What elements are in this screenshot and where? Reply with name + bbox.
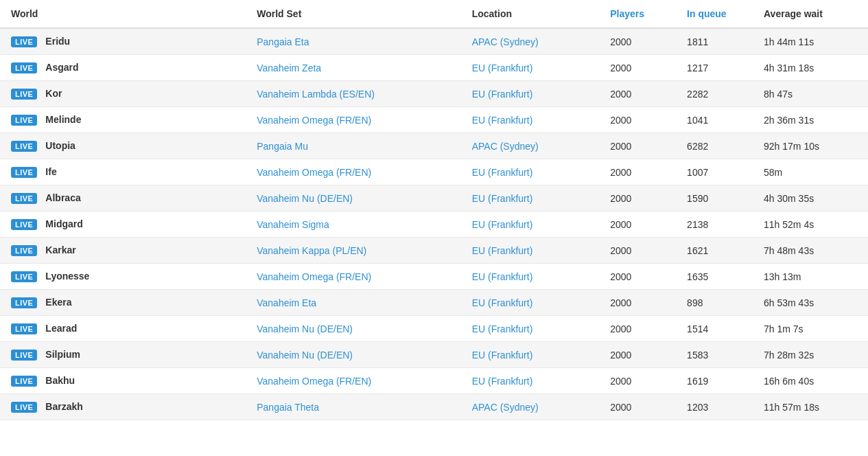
location-cell: EU (Frankfurt) (461, 368, 600, 394)
world-cell: LIVE Lyonesse (0, 264, 246, 290)
world-name: Melinde (45, 114, 81, 125)
wait-cell: 4h 31m 18s (753, 55, 868, 81)
location-link[interactable]: EU (Frankfurt) (472, 350, 533, 361)
worldset-cell: Pangaia Theta (246, 394, 460, 420)
location-cell: EU (Frankfurt) (461, 185, 600, 212)
table-row: LIVE Lyonesse Vanaheim Omega (FR/EN) EU … (0, 264, 868, 290)
col-header-worldset: World Set (246, 0, 460, 28)
worldset-cell: Vanaheim Omega (FR/EN) (246, 264, 460, 290)
world-header-label: World (11, 8, 38, 19)
live-badge: LIVE (11, 271, 37, 282)
col-header-players[interactable]: Players (599, 0, 676, 28)
worldset-link[interactable]: Pangaia Mu (257, 141, 308, 152)
players-cell: 2000 (599, 107, 676, 133)
location-link[interactable]: EU (Frankfurt) (472, 245, 533, 256)
worldset-link[interactable]: Vanaheim Omega (FR/EN) (257, 271, 371, 282)
wait-cell: 4h 30m 35s (753, 185, 868, 212)
col-header-location: Location (461, 0, 600, 28)
location-link[interactable]: EU (Frankfurt) (472, 297, 533, 308)
live-badge: LIVE (11, 323, 37, 334)
wait-value: 13h 13m (764, 271, 801, 282)
wait-value: 8h 47s (764, 89, 793, 100)
worldset-cell: Vanaheim Kappa (PL/EN) (246, 238, 460, 264)
worldset-link[interactable]: Vanaheim Omega (FR/EN) (257, 167, 371, 178)
players-value: 2000 (610, 62, 631, 73)
world-cell: LIVE Midgard (0, 212, 246, 238)
queue-value: 1621 (687, 245, 708, 256)
worldset-link[interactable]: Pangaia Eta (257, 36, 309, 47)
table-row: LIVE Melinde Vanaheim Omega (FR/EN) EU (… (0, 107, 868, 133)
players-cell: 2000 (599, 264, 676, 290)
queue-cell: 1621 (676, 238, 753, 264)
worldset-link[interactable]: Vanaheim Eta (257, 297, 316, 308)
queue-value: 2282 (687, 89, 708, 100)
players-cell: 2000 (599, 316, 676, 342)
world-name: Eridu (45, 36, 70, 47)
location-link[interactable]: EU (Frankfurt) (472, 89, 533, 100)
worlds-table: World World Set Location Players In queu… (0, 0, 868, 420)
world-name: Albraca (45, 192, 80, 203)
worldset-link[interactable]: Vanaheim Nu (DE/EN) (257, 350, 353, 361)
wait-value: 11h 57m 18s (764, 402, 819, 413)
worldset-cell: Vanaheim Eta (246, 290, 460, 316)
worldset-link[interactable]: Pangaia Theta (257, 402, 319, 413)
location-link[interactable]: EU (Frankfurt) (472, 271, 533, 282)
worldset-link[interactable]: Vanaheim Omega (FR/EN) (257, 376, 371, 387)
world-name: Bakhu (45, 375, 75, 386)
worldset-link[interactable]: Vanaheim Nu (DE/EN) (257, 323, 353, 334)
wait-value: 4h 30m 35s (764, 193, 814, 204)
location-link[interactable]: EU (Frankfurt) (472, 62, 533, 73)
players-cell: 2000 (599, 133, 676, 159)
live-badge: LIVE (11, 219, 37, 230)
col-header-queue[interactable]: In queue (676, 0, 753, 28)
wait-value: 4h 31m 18s (764, 62, 814, 73)
worldset-link[interactable]: Vanaheim Zeta (257, 62, 321, 73)
wait-value: 7h 1m 7s (764, 323, 804, 334)
players-value: 2000 (610, 193, 631, 204)
location-link[interactable]: APAC (Sydney) (472, 402, 539, 413)
players-value: 2000 (610, 271, 631, 282)
players-value: 2000 (610, 323, 631, 334)
location-link[interactable]: APAC (Sydney) (472, 36, 539, 47)
worldset-link[interactable]: Vanaheim Omega (FR/EN) (257, 115, 371, 126)
world-cell: LIVE Kor (0, 81, 246, 107)
location-cell: APAC (Sydney) (461, 28, 600, 55)
wait-value: 58m (764, 167, 782, 178)
players-sort-link[interactable]: Players (610, 8, 644, 19)
table-row: LIVE Ife Vanaheim Omega (FR/EN) EU (Fran… (0, 159, 868, 185)
world-cell: LIVE Ekera (0, 290, 246, 316)
players-value: 2000 (610, 115, 631, 126)
wait-value: 1h 44m 11s (764, 36, 814, 47)
players-value: 2000 (610, 36, 631, 47)
location-link[interactable]: APAC (Sydney) (472, 141, 539, 152)
location-link[interactable]: EU (Frankfurt) (472, 219, 533, 230)
location-link[interactable]: EU (Frankfurt) (472, 167, 533, 178)
world-cell: LIVE Utopia (0, 133, 246, 159)
queue-value: 1619 (687, 376, 708, 387)
location-cell: EU (Frankfurt) (461, 290, 600, 316)
location-cell: EU (Frankfurt) (461, 81, 600, 107)
queue-cell: 1514 (676, 316, 753, 342)
location-link[interactable]: EU (Frankfurt) (472, 115, 533, 126)
world-cell: LIVE Silpium (0, 342, 246, 368)
location-link[interactable]: EU (Frankfurt) (472, 376, 533, 387)
queue-cell: 1619 (676, 368, 753, 394)
location-link[interactable]: EU (Frankfurt) (472, 323, 533, 334)
queue-cell: 1217 (676, 55, 753, 81)
location-link[interactable]: EU (Frankfurt) (472, 193, 533, 204)
worldset-link[interactable]: Vanaheim Nu (DE/EN) (257, 193, 353, 204)
worldset-header-label: World Set (257, 8, 301, 19)
worldset-cell: Pangaia Eta (246, 28, 460, 55)
queue-sort-link[interactable]: In queue (687, 8, 727, 19)
worldset-cell: Vanaheim Lambda (ES/EN) (246, 81, 460, 107)
table-row: LIVE Silpium Vanaheim Nu (DE/EN) EU (Fra… (0, 342, 868, 368)
location-cell: APAC (Sydney) (461, 133, 600, 159)
worldset-link[interactable]: Vanaheim Kappa (PL/EN) (257, 245, 366, 256)
players-cell: 2000 (599, 212, 676, 238)
worldset-cell: Vanaheim Nu (DE/EN) (246, 185, 460, 212)
players-cell: 2000 (599, 55, 676, 81)
players-value: 2000 (610, 350, 631, 361)
worldset-link[interactable]: Vanaheim Lambda (ES/EN) (257, 89, 375, 100)
worldset-cell: Vanaheim Nu (DE/EN) (246, 316, 460, 342)
worldset-link[interactable]: Vanaheim Sigma (257, 219, 329, 230)
